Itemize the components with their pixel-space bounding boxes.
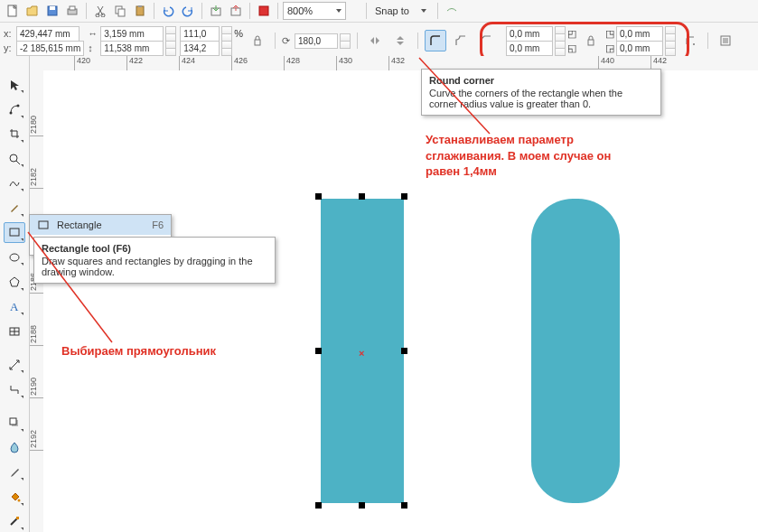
scale-y-input[interactable]: 134,2 — [180, 41, 220, 56]
shape-rounded-rectangle[interactable] — [531, 199, 620, 503]
scale-y-spinner[interactable] — [221, 41, 232, 55]
rotation-input[interactable]: 180,0 — [295, 33, 338, 49]
ruler-v-tick: 2192 — [29, 430, 43, 451]
mirror-h-icon[interactable] — [364, 30, 386, 51]
publish-icon[interactable] — [255, 2, 273, 20]
width-spinner[interactable] — [165, 26, 176, 41]
height-input[interactable]: 11,538 mm — [100, 41, 164, 56]
copy-icon[interactable] — [111, 2, 129, 20]
selection-handle[interactable] — [315, 502, 322, 509]
tooltip-title: Round corner — [429, 75, 653, 86]
table-tool-icon[interactable] — [4, 321, 25, 341]
svg-rect-4 — [70, 6, 75, 10]
ruler-h-tick: 424 — [179, 56, 195, 70]
svg-rect-28 — [16, 517, 19, 519]
menu-item-rectangle[interactable]: Rectangle F6 — [30, 215, 171, 235]
polygon-tool-icon[interactable] — [4, 271, 25, 292]
import-icon[interactable] — [207, 2, 225, 20]
scalloped-corner-button[interactable] — [450, 30, 472, 51]
snap-options-icon[interactable] — [443, 2, 461, 20]
ruler-h-tick: 426 — [231, 56, 248, 70]
round-corner-tooltip: Round corner Curve the corners of the re… — [421, 69, 661, 116]
svg-rect-21 — [10, 229, 19, 236]
height-icon: ↕ — [88, 42, 98, 53]
shape-tool-icon[interactable] — [4, 98, 25, 119]
export-icon[interactable] — [227, 2, 245, 20]
text-wrap-icon[interactable] — [715, 30, 736, 51]
annotation-set-rounding: Устанавливаем параметр сглаживания. В мо… — [426, 132, 624, 180]
ruler-v-tick: 2190 — [29, 378, 43, 398]
rotation-spinner[interactable] — [340, 33, 351, 48]
mirror-v-icon[interactable] — [389, 30, 411, 51]
eyedropper-icon[interactable] — [4, 462, 25, 482]
scale-x-spinner[interactable] — [221, 26, 232, 41]
width-input[interactable]: 3,159 mm — [100, 26, 164, 42]
selection-handle[interactable] — [359, 193, 365, 200]
print-icon[interactable] — [63, 2, 81, 20]
snap-dropdown-icon[interactable] — [415, 2, 433, 20]
ruler-h-tick: 422 — [126, 56, 143, 70]
scale-x-input[interactable]: 111,0 — [180, 26, 220, 42]
ruler-h-tick: 432 — [388, 56, 405, 70]
drop-shadow-icon[interactable] — [4, 412, 25, 433]
canvas[interactable]: × — [43, 70, 758, 532]
toolbox: A — [0, 56, 30, 532]
zoom-input[interactable]: 800% — [283, 2, 346, 20]
text-tool-icon[interactable]: A — [4, 296, 25, 317]
selection-handle[interactable] — [315, 193, 322, 200]
svg-rect-29 — [39, 221, 48, 229]
ruler-h-tick: 430 — [336, 56, 352, 70]
selection-handle[interactable] — [401, 193, 407, 200]
save-icon[interactable] — [43, 2, 61, 20]
fill-tool-icon[interactable] — [4, 486, 25, 507]
svg-point-16 — [693, 43, 695, 45]
zoom-tool-icon[interactable] — [4, 148, 25, 169]
svg-point-27 — [18, 499, 21, 502]
ellipse-tool-icon[interactable] — [4, 247, 25, 267]
selection-handle[interactable] — [401, 502, 407, 509]
selection-center-icon: × — [359, 348, 364, 359]
rotation-icon: ⟳ — [282, 35, 293, 47]
rectangle-icon — [37, 219, 50, 231]
svg-point-18 — [10, 111, 13, 114]
crop-tool-icon[interactable] — [4, 124, 25, 145]
selection-handle[interactable] — [315, 348, 322, 354]
rectangle-tool-icon[interactable] — [4, 222, 25, 243]
svg-rect-26 — [10, 418, 16, 425]
rectangle-tooltip: Rectangle tool (F6) Draw squares and rec… — [33, 237, 276, 284]
tooltip-body: Curve the corners of the rectangle when … — [429, 88, 653, 109]
lock-ratio-icon[interactable] — [247, 30, 268, 51]
svg-rect-14 — [255, 40, 260, 45]
selection-handle[interactable] — [359, 502, 365, 509]
artistic-media-icon[interactable] — [4, 197, 25, 218]
cut-icon[interactable] — [91, 2, 109, 20]
main-toolbar: 800% Snap to — [0, 0, 758, 23]
freehand-tool-icon[interactable] — [4, 173, 25, 193]
ruler-h-tick: 420 — [74, 56, 90, 70]
new-icon[interactable] — [4, 2, 22, 20]
outline-tool-icon[interactable] — [4, 511, 25, 532]
undo-icon[interactable] — [159, 2, 177, 20]
y-input[interactable]: -2 185,615 mm — [16, 41, 84, 56]
open-icon[interactable] — [23, 2, 42, 20]
transparency-icon[interactable] — [4, 437, 25, 458]
connector-tool-icon[interactable] — [4, 378, 25, 399]
ruler-v-tick: 2188 — [29, 325, 43, 346]
ruler-v-tick: 2180 — [29, 116, 43, 136]
x-input[interactable]: 429,447 mm — [16, 26, 80, 42]
svg-text:A: A — [10, 300, 19, 313]
paste-icon[interactable] — [131, 2, 149, 20]
redo-icon[interactable] — [179, 2, 197, 20]
dimension-tool-icon[interactable] — [4, 354, 25, 375]
round-corner-button[interactable] — [425, 30, 446, 51]
snap-label: Snap to — [371, 5, 413, 16]
ruler-h-tick: 428 — [284, 56, 300, 70]
tooltip-title: Rectangle tool (F6) — [42, 243, 267, 254]
svg-point-20 — [10, 154, 17, 162]
height-spinner[interactable] — [165, 41, 176, 55]
width-icon: ↔ — [88, 28, 98, 39]
pick-tool-icon[interactable] — [4, 74, 25, 95]
zoom-value: 800% — [287, 5, 313, 16]
selection-handle[interactable] — [401, 348, 407, 354]
svg-rect-9 — [136, 6, 144, 15]
